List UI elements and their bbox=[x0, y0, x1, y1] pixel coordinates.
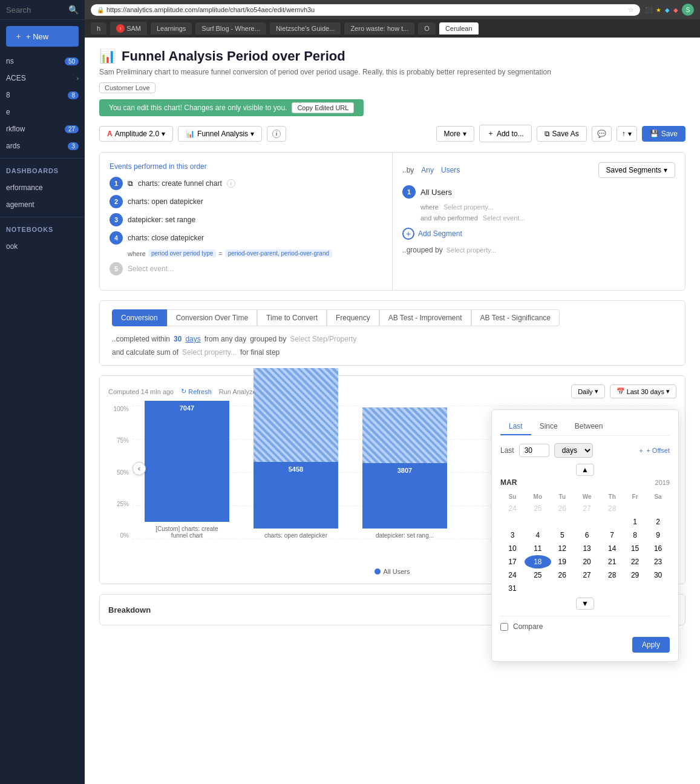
browser-tab-o[interactable]: O bbox=[418, 22, 436, 35]
cal-day[interactable]: 28 bbox=[600, 568, 624, 582]
info-button[interactable]: i bbox=[267, 126, 286, 142]
tab-ab-improvement[interactable]: AB Test - Improvement bbox=[379, 309, 471, 326]
tab-time-to-convert[interactable]: Time to Convert bbox=[257, 309, 327, 326]
cal-day-dim[interactable]: 28 bbox=[600, 502, 624, 515]
cal-day[interactable]: 30 bbox=[646, 568, 670, 582]
cal-day-dim[interactable]: 26 bbox=[551, 502, 574, 515]
cal-day[interactable] bbox=[646, 502, 670, 515]
cal-day[interactable] bbox=[500, 515, 525, 529]
sidebar-item-8[interactable]: 8 8 bbox=[0, 87, 85, 104]
cal-day[interactable]: 27 bbox=[574, 568, 600, 582]
cal-day[interactable]: 3 bbox=[500, 529, 525, 542]
info-icon-1[interactable]: i bbox=[227, 179, 235, 188]
browser-tab-learnings[interactable]: Learnings bbox=[151, 22, 192, 35]
tab-frequency[interactable]: Frequency bbox=[327, 309, 379, 326]
cal-day[interactable]: 6 bbox=[574, 529, 600, 542]
cal-day[interactable] bbox=[624, 582, 646, 595]
sidebar-item-management[interactable]: agement bbox=[0, 196, 85, 213]
save-button[interactable]: 💾 Save bbox=[642, 126, 685, 142]
cal-day[interactable]: 19 bbox=[551, 555, 574, 568]
users-link[interactable]: Users bbox=[441, 166, 460, 174]
dp-tab-since[interactable]: Since bbox=[531, 418, 566, 435]
cal-day[interactable]: 17 bbox=[500, 555, 525, 568]
url-bar[interactable]: 🔒 https://analytics.amplitude.com/amplit… bbox=[91, 4, 640, 16]
cal-day[interactable]: 26 bbox=[551, 568, 574, 582]
sidebar-item-workflow[interactable]: rkflow 27 bbox=[0, 120, 85, 137]
sidebar-item-performance[interactable]: erformance bbox=[0, 179, 85, 196]
cal-day[interactable]: 4 bbox=[525, 529, 551, 542]
cal-day[interactable]: 12 bbox=[551, 542, 574, 555]
browser-tab-cerulean[interactable]: Cerulean bbox=[439, 22, 479, 35]
dp-tab-last[interactable]: Last bbox=[500, 418, 531, 435]
legend-item-users[interactable]: All Users bbox=[375, 568, 410, 575]
sidebar-item-boards[interactable]: ards 3 bbox=[0, 137, 85, 154]
sidebar-search-input[interactable] bbox=[6, 5, 54, 15]
cal-day[interactable] bbox=[574, 582, 600, 595]
cal-day[interactable] bbox=[600, 582, 624, 595]
cal-day[interactable]: 29 bbox=[624, 568, 646, 582]
run-analyzer-button[interactable]: Run Analyzer bbox=[219, 388, 258, 395]
browser-tab-h[interactable]: h bbox=[91, 22, 106, 35]
event-row-3[interactable]: 3 datepicker: set range bbox=[110, 213, 382, 226]
cal-day[interactable]: 14 bbox=[600, 542, 624, 555]
cal-day[interactable]: 13 bbox=[574, 542, 600, 555]
dp-days-select[interactable]: days bbox=[554, 443, 593, 458]
sidebar-search-bar[interactable]: 🔍 bbox=[0, 0, 85, 20]
cal-day[interactable] bbox=[525, 582, 551, 595]
tab-conversion-over-time[interactable]: Conversion Over Time bbox=[167, 309, 257, 326]
funnel-analysis-selector[interactable]: 📊 Funnel Analysis ▾ bbox=[178, 126, 262, 142]
browser-tab-nietzsche[interactable]: Nietzsche's Guide... bbox=[270, 22, 341, 35]
sidebar-item-e[interactable]: e bbox=[0, 104, 85, 120]
dp-nav-down[interactable]: ▼ bbox=[576, 598, 594, 610]
tag-customer-love[interactable]: Customer Love bbox=[99, 82, 155, 93]
cal-day[interactable]: 10 bbox=[500, 542, 525, 555]
any-link[interactable]: Any bbox=[421, 166, 434, 174]
sidebar-item-notebook[interactable]: ook bbox=[0, 238, 85, 255]
star-icon[interactable]: ☆ bbox=[628, 6, 634, 14]
cal-day[interactable] bbox=[551, 515, 574, 529]
more-button[interactable]: More ▾ bbox=[436, 126, 474, 142]
refresh-button[interactable]: ↻ Refresh bbox=[181, 387, 212, 395]
sidebar-item-aces[interactable]: ACES › bbox=[0, 70, 85, 87]
cal-day[interactable]: 21 bbox=[600, 555, 624, 568]
cal-day[interactable]: 11 bbox=[525, 542, 551, 555]
cal-day[interactable] bbox=[624, 502, 646, 515]
browser-tab-sam[interactable]: ! SAM bbox=[110, 22, 147, 35]
cal-day-dim[interactable]: 25 bbox=[525, 502, 551, 515]
cal-day[interactable]: 5 bbox=[551, 529, 574, 542]
scroll-left-button[interactable]: ‹ bbox=[132, 462, 146, 475]
cal-day[interactable]: 1 bbox=[624, 515, 646, 529]
cal-day[interactable]: 8 bbox=[624, 529, 646, 542]
share-button[interactable]: ↑ ▾ bbox=[617, 126, 637, 142]
cal-day[interactable]: 24 bbox=[500, 568, 525, 582]
cal-day[interactable] bbox=[600, 515, 624, 529]
comment-button[interactable]: 💬 bbox=[592, 126, 612, 142]
event-row-4[interactable]: 4 charts: close datepicker bbox=[110, 231, 382, 245]
browser-tab-surf[interactable]: Surf Blog - Where... bbox=[195, 22, 266, 35]
dp-tab-between[interactable]: Between bbox=[566, 418, 612, 435]
add-to-button[interactable]: ＋ Add to... bbox=[479, 125, 532, 142]
event-row-1[interactable]: 1 ⧉ charts: create funnel chart i bbox=[110, 177, 382, 190]
amplitude-selector[interactable]: A Amplitude 2.0 ▾ bbox=[99, 126, 173, 142]
cal-day[interactable] bbox=[525, 515, 551, 529]
cal-day[interactable]: 20 bbox=[574, 555, 600, 568]
new-button[interactable]: ＋ + New bbox=[6, 26, 79, 47]
event-row-5[interactable]: 5 Select event... bbox=[110, 262, 382, 275]
add-segment-button[interactable]: + Add Segment bbox=[402, 228, 675, 240]
cal-day[interactable]: 31 bbox=[500, 582, 525, 595]
cal-day[interactable]: 22 bbox=[624, 555, 646, 568]
save-as-button[interactable]: ⧉ Save As bbox=[537, 126, 587, 142]
cal-day[interactable] bbox=[646, 582, 670, 595]
dp-last-input[interactable] bbox=[519, 444, 549, 457]
cal-day[interactable]: 7 bbox=[600, 529, 624, 542]
cal-day-dim[interactable]: 27 bbox=[574, 502, 600, 515]
dp-offset-button[interactable]: ＋ + Offset bbox=[638, 446, 670, 455]
cal-day-dim[interactable]: 24 bbox=[500, 502, 525, 515]
saved-segments-button[interactable]: Saved Segments ▾ bbox=[598, 162, 675, 178]
dp-nav-up[interactable]: ▲ bbox=[576, 464, 594, 476]
user-avatar[interactable]: S bbox=[682, 4, 694, 16]
cal-day[interactable]: 9 bbox=[646, 529, 670, 542]
cal-day[interactable]: 25 bbox=[525, 568, 551, 582]
browser-tab-zerowaste[interactable]: Zero waste: how t... bbox=[344, 22, 414, 35]
dp-apply-button[interactable]: Apply bbox=[632, 637, 670, 653]
